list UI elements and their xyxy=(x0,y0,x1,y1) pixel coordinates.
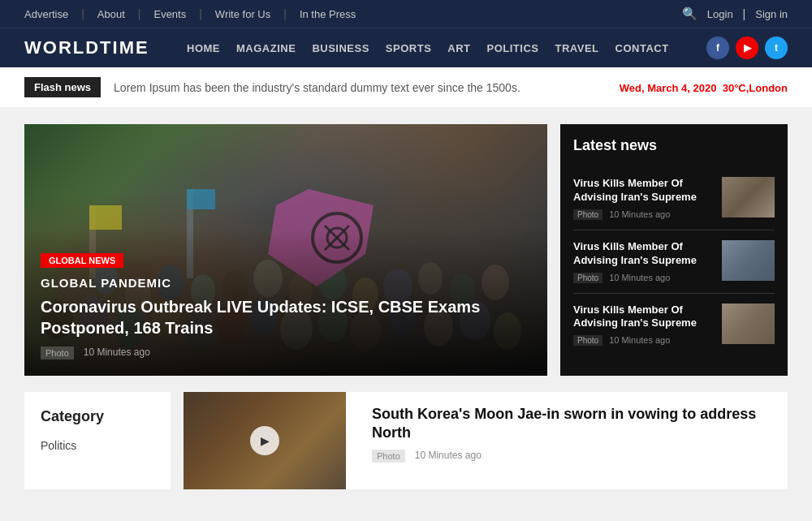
news-3-time: 10 Minutes ago xyxy=(609,335,670,346)
news-1-time: 10 Minutes ago xyxy=(609,209,670,220)
nav-contact[interactable]: CONTACT xyxy=(615,42,669,54)
svg-rect-34 xyxy=(89,205,122,230)
article-card[interactable]: ▶ South Korea's Moon Jae-in sworn in vow… xyxy=(184,392,788,489)
news-item-3[interactable]: Virus Kills Member Of Advising Iran's Su… xyxy=(573,294,775,356)
news-3-photo: Photo xyxy=(573,335,603,346)
nav-travel[interactable]: TRAVEL xyxy=(555,42,598,54)
top-bar-links: Advertise | About | Events | Write for U… xyxy=(24,7,356,20)
top-bar: Advertise | About | Events | Write for U… xyxy=(0,0,812,28)
about-link[interactable]: About xyxy=(97,8,125,20)
logo[interactable]: WORLDTIME xyxy=(24,37,149,58)
hero-overlay: global news GLOBAL PANDEMIC Coronavirus … xyxy=(24,229,547,376)
flash-date: Wed, March 4, 2020 30°C,London xyxy=(620,82,788,94)
nav-art[interactable]: ART xyxy=(447,42,470,54)
article-title[interactable]: South Korea's Moon Jae-in sworn in vowin… xyxy=(372,405,775,443)
twitter-button[interactable]: t xyxy=(765,37,788,59)
category-politics-link[interactable]: Politics xyxy=(41,437,154,454)
youtube-button[interactable]: ▶ xyxy=(736,37,758,59)
top-bar-right: 🔍 Login | Sign in xyxy=(682,6,788,21)
news-thumb-2 xyxy=(722,240,775,281)
facebook-button[interactable]: f xyxy=(706,37,729,59)
nav-links: HOME MAGAZINE BUSINESS SPORTS ART POLITI… xyxy=(187,42,669,54)
flash-datetime: Wed, March 4, 2020 30°C,London xyxy=(620,81,788,94)
play-icon[interactable]: ▶ xyxy=(250,426,279,455)
news-2-time: 10 Minutes ago xyxy=(609,273,670,283)
latest-news-panel: Latest news Virus Kills Member Of Advisi… xyxy=(560,124,788,376)
events-link[interactable]: Events xyxy=(153,8,186,20)
news-item-3-meta: Photo 10 Minutes ago xyxy=(573,335,714,346)
article-time: 10 Minutes ago xyxy=(415,450,482,463)
category-box: Category Politics xyxy=(24,392,171,489)
news-thumb-3 xyxy=(722,304,775,344)
hero-meta: Photo 10 Minutes ago xyxy=(41,347,531,360)
nav-home[interactable]: HOME xyxy=(187,42,220,54)
main-nav: WORLDTIME HOME MAGAZINE BUSINESS SPORTS … xyxy=(0,28,812,67)
flash-badge: Flash news xyxy=(24,77,101,97)
news-item-2-meta: Photo 10 Minutes ago xyxy=(573,273,714,283)
svg-rect-36 xyxy=(187,189,215,209)
hero-category: global news xyxy=(41,253,123,268)
nav-magazine[interactable]: MAGAZINE xyxy=(236,42,296,54)
hero-photo-tag: Photo xyxy=(41,347,74,360)
flash-bar: Flash news Lorem Ipsum has been the indu… xyxy=(0,67,812,108)
nav-politics[interactable]: POLITICS xyxy=(487,42,539,54)
nav-sports[interactable]: SPORTS xyxy=(386,42,431,54)
nav-business[interactable]: BUSINESS xyxy=(312,42,369,54)
news-item-1[interactable]: Virus Kills Member Of Advising Iran's Su… xyxy=(573,167,775,230)
news-thumb-1 xyxy=(722,177,775,217)
news-item-1-meta: Photo 10 Minutes ago xyxy=(573,209,714,220)
category-title: Category xyxy=(41,408,154,425)
nav-social: f ▶ t xyxy=(706,37,788,59)
login-link[interactable]: Login xyxy=(707,8,733,20)
news-2-photo: Photo xyxy=(573,273,603,283)
bottom-section: Category Politics ▶ South Korea's Moon J… xyxy=(24,392,788,489)
latest-news-title: Latest news xyxy=(573,137,775,154)
news-item-2-title: Virus Kills Member Of Advising Iran's Su… xyxy=(573,240,714,268)
hero-time: 10 Minutes ago xyxy=(84,347,150,360)
news-1-photo: Photo xyxy=(573,209,603,220)
hero-subtitle[interactable]: Coronavirus Outbreak LIVE Updates: ICSE,… xyxy=(41,296,531,338)
hero-image[interactable]: global news GLOBAL PANDEMIC Coronavirus … xyxy=(24,124,547,376)
search-icon[interactable]: 🔍 xyxy=(682,6,698,21)
sign-in-link[interactable]: Sign in xyxy=(755,8,788,20)
in-the-press-link[interactable]: In the Press xyxy=(300,8,356,20)
content-area: global news GLOBAL PANDEMIC Coronavirus … xyxy=(0,108,812,506)
news-item-3-title: Virus Kills Member Of Advising Iran's Su… xyxy=(573,304,714,331)
article-content: South Korea's Moon Jae-in sworn in vowin… xyxy=(359,392,788,489)
article-thumb: ▶ xyxy=(184,392,346,489)
hero-section: global news GLOBAL PANDEMIC Coronavirus … xyxy=(24,124,788,376)
article-meta: Photo 10 Minutes ago xyxy=(372,450,775,463)
advertise-link[interactable]: Advertise xyxy=(24,8,68,20)
flash-text: Lorem Ipsum has been the industry's stan… xyxy=(114,81,520,94)
news-item-1-title: Virus Kills Member Of Advising Iran's Su… xyxy=(573,177,714,205)
write-for-us-link[interactable]: Write for Us xyxy=(215,8,270,20)
hero-title: GLOBAL PANDEMIC xyxy=(41,276,531,290)
article-photo-tag: Photo xyxy=(372,450,405,463)
news-item-2[interactable]: Virus Kills Member Of Advising Iran's Su… xyxy=(573,230,775,294)
